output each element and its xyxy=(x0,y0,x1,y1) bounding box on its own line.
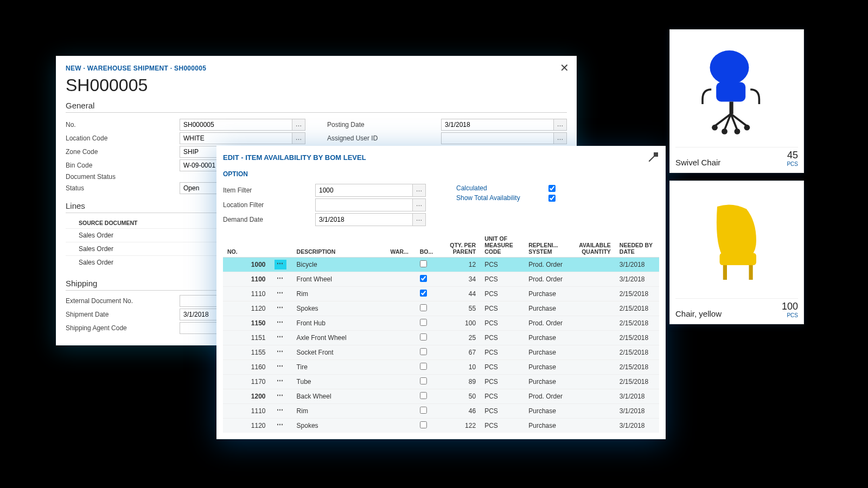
table-row[interactable]: 1170⋯Tube89PCSPurchase2/15/2018 xyxy=(223,375,659,389)
cell-no: 1151 xyxy=(223,331,270,345)
checkbox-bo[interactable] xyxy=(420,421,427,428)
lookup-button[interactable]: … xyxy=(292,119,305,131)
checkbox-calculated[interactable] xyxy=(548,185,556,192)
cell-no: 1155 xyxy=(223,345,270,360)
row-actions-button[interactable]: ⋯ xyxy=(275,391,286,401)
checkbox-bo[interactable] xyxy=(420,304,427,311)
cell-desc: Rim xyxy=(292,287,386,301)
lookup-button[interactable]: … xyxy=(413,198,426,211)
table-row[interactable]: 1155⋯Socket Front67PCSPurchase2/15/2018 xyxy=(223,345,659,360)
cell-needed: 3/1/2018 xyxy=(615,404,659,419)
product-card[interactable]: Swivel Chair 45 PCS xyxy=(669,29,804,173)
bom-filters: Item Filter … Location Filter … Demand D… xyxy=(223,182,659,228)
svg-rect-2 xyxy=(730,102,733,114)
cell-desc: Front Wheel xyxy=(292,272,386,287)
cell-bo xyxy=(416,375,439,389)
date-picker-button[interactable]: … xyxy=(554,119,567,131)
checkbox-bo[interactable] xyxy=(420,348,427,355)
cell-avail xyxy=(571,404,615,419)
svg-point-7 xyxy=(712,125,718,131)
cell-bo xyxy=(416,419,439,433)
checkbox-bo[interactable] xyxy=(420,260,427,267)
cell-desc: Tube xyxy=(292,375,386,389)
row-actions-button[interactable]: ⋯ xyxy=(275,421,286,431)
cell-replen: Prod. Order xyxy=(524,272,571,287)
bom-table: NO. DESCRIPTION WAR... BO... QTY. PER PA… xyxy=(223,233,659,433)
lookup-button[interactable]: … xyxy=(554,132,567,144)
row-actions-button[interactable]: ⋯ xyxy=(275,289,286,299)
input-locfilter[interactable] xyxy=(315,198,413,211)
checkbox-bo[interactable] xyxy=(420,392,427,399)
row-actions-button[interactable]: ⋯ xyxy=(275,274,286,284)
cell-desc: Rim xyxy=(292,404,386,419)
table-row[interactable]: 1160⋯Tire10PCSPurchase2/15/2018 xyxy=(223,360,659,375)
row-actions-button[interactable]: ⋯ xyxy=(275,362,286,372)
checkbox-bo[interactable] xyxy=(420,275,427,282)
cell-needed: 3/1/2018 xyxy=(615,258,659,272)
table-row[interactable]: 1110⋯Rim44PCSPurchase2/15/2018 xyxy=(223,287,659,301)
svg-point-9 xyxy=(722,129,727,134)
date-picker-button[interactable]: … xyxy=(413,213,426,226)
table-row[interactable]: 1100⋯Front Wheel34PCSProd. Order3/1/2018 xyxy=(223,272,659,287)
cell-qty: 44 xyxy=(439,287,480,301)
cell-qty: 10 xyxy=(439,360,480,375)
input-location[interactable] xyxy=(180,132,292,144)
checkbox-bo[interactable] xyxy=(420,363,427,370)
cell-no: 1160 xyxy=(223,360,270,375)
cell-qty: 34 xyxy=(439,272,480,287)
cell-uom: PCS xyxy=(480,345,524,360)
close-icon[interactable]: ✕ xyxy=(560,61,569,74)
lookup-button[interactable]: … xyxy=(292,132,305,144)
cell-bo xyxy=(416,389,439,404)
lookup-button[interactable]: … xyxy=(413,184,426,197)
table-row[interactable]: 1151⋯Axle Front Wheel25PCSPurchase2/15/2… xyxy=(223,331,659,345)
col-uom: UNIT OF MEASURE CODE xyxy=(480,233,524,258)
svg-rect-12 xyxy=(723,265,727,280)
input-demanddate[interactable] xyxy=(315,213,413,226)
table-row[interactable]: 1120⋯Spokes122PCSPurchase3/1/2018 xyxy=(223,419,659,433)
table-row[interactable]: 1200⋯Back Wheel50PCSProd. Order3/1/2018 xyxy=(223,389,659,404)
row-actions-button[interactable]: ⋯ xyxy=(275,318,286,328)
checkbox-showtotal[interactable] xyxy=(548,195,556,202)
input-itemfilter[interactable] xyxy=(315,184,413,197)
label-postingdate: Posting Date xyxy=(327,121,441,129)
cell-no: 1170 xyxy=(223,375,270,389)
product-image xyxy=(675,35,798,144)
cell-no: 1000 xyxy=(223,258,270,272)
product-unit: PCS xyxy=(787,161,798,167)
row-actions-button[interactable]: ⋯ xyxy=(275,260,286,269)
input-user[interactable] xyxy=(441,132,554,144)
checkbox-bo[interactable] xyxy=(420,377,427,384)
col-qty: QTY. PER PARENT xyxy=(439,233,480,258)
row-actions-button[interactable]: ⋯ xyxy=(275,333,286,343)
row-actions-button[interactable]: ⋯ xyxy=(275,348,286,357)
table-row[interactable]: 1150⋯Front Hub100PCSProd. Order2/15/2018 xyxy=(223,316,659,331)
row-actions-button[interactable]: ⋯ xyxy=(275,406,286,416)
cell-war xyxy=(386,287,416,301)
cell-qty: 122 xyxy=(439,419,480,433)
cell-uom: PCS xyxy=(480,272,524,287)
cell-war xyxy=(386,360,416,375)
cell-desc: Axle Front Wheel xyxy=(292,331,386,345)
cell-bo xyxy=(416,345,439,360)
product-card[interactable]: Chair, yellow 100 PCS xyxy=(669,181,804,324)
product-image xyxy=(675,187,798,295)
cell-needed: 2/15/2018 xyxy=(615,301,659,316)
table-row[interactable]: 1120⋯Spokes55PCSPurchase2/15/2018 xyxy=(223,301,659,316)
expand-icon[interactable] xyxy=(648,152,658,162)
cell-replen: Purchase xyxy=(524,419,571,433)
col-replen: REPLENI... SYSTEM xyxy=(524,233,571,258)
row-actions-button[interactable]: ⋯ xyxy=(275,377,286,387)
table-row[interactable]: 1110⋯Rim46PCSPurchase3/1/2018 xyxy=(223,404,659,419)
checkbox-bo[interactable] xyxy=(420,319,427,326)
checkbox-bo[interactable] xyxy=(420,407,427,414)
col-desc: DESCRIPTION xyxy=(292,233,386,258)
checkbox-bo[interactable] xyxy=(420,290,427,297)
cell-desc: Socket Front xyxy=(292,345,386,360)
table-row[interactable]: 1000⋯Bicycle12PCSProd. Order3/1/2018 xyxy=(223,258,659,272)
cell-replen: Purchase xyxy=(524,301,571,316)
checkbox-bo[interactable] xyxy=(420,333,427,341)
input-no[interactable] xyxy=(180,119,292,131)
input-postingdate[interactable] xyxy=(441,119,554,131)
row-actions-button[interactable]: ⋯ xyxy=(275,304,286,313)
